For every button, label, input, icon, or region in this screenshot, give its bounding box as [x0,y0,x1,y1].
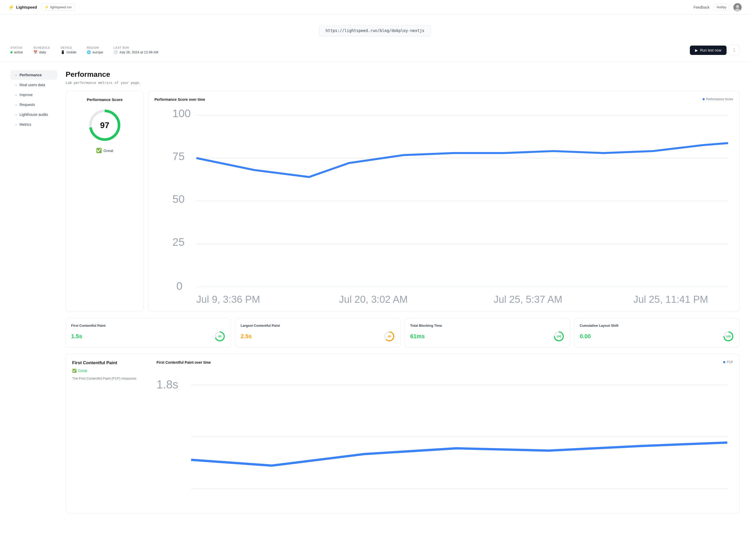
metric-cls-value: 0.00 [580,333,591,340]
donut-chart: 97 [86,107,123,143]
fcp-left: First Contentful Paint ✅ Great The First… [72,360,150,507]
run-test-button[interactable]: ▶ Run test now [690,45,727,55]
score-row: Performance Score 97 ✅ Great [66,91,739,312]
meta-actions: ▶ Run test now ⋮ [690,45,739,56]
feedback-button[interactable]: Feedback [693,5,709,9]
status-label: STATUS [11,46,23,49]
svg-text:50: 50 [172,193,185,205]
svg-text:25: 25 [172,236,185,248]
svg-text:Jul 25, 11:41 PM: Jul 25, 11:41 PM [633,294,708,305]
performance-score-card: Performance Score 97 ✅ Great [66,91,144,312]
arrow-icon: → [14,73,17,77]
device-value: 📱 mobile [61,50,76,54]
performance-time-chart: Performance Score over time Performance … [148,91,739,312]
hobby-badge: Hobby [713,4,729,11]
check-circle-icon: ✅ [96,147,102,153]
sidebar-label: Performance [20,73,42,77]
fcp-row: First Contentful Paint ✅ Great The First… [72,360,733,507]
last-run-value: 🕐 July 26, 2024 at 12:49 AM [114,50,158,54]
logo: ⚡ Lightspeed [8,4,37,10]
tbt-score-val: 100 [556,335,561,338]
schedule-icon: 📅 [33,50,38,54]
logo-icon: ⚡ [8,4,14,10]
device-item: DEVICE 📱 mobile [61,46,76,54]
sidebar-label: Requests [20,103,35,107]
metric-cls-bottom: 0.00 100 [580,331,734,342]
sidebar-item-improve[interactable]: → Improve [11,90,57,99]
cls-score-val: 100 [726,335,731,338]
region-value: 🌐 europe [87,50,103,54]
fcp-score-donut: 95 [214,331,225,342]
chart-legend: Performance Score [703,97,733,101]
svg-text:100: 100 [172,107,191,120]
fcp-chart-title: First Contentful Paint over time [157,360,211,364]
clock-icon: 🕐 [114,50,118,54]
play-icon: ▶ [695,48,698,52]
fcp-legend-dot [723,361,725,363]
arrow-icon: → [14,83,17,87]
sidebar-item-real-users[interactable]: → Real users data [11,80,57,89]
nav-badge-label: lightspeed.run [50,5,72,9]
fcp-legend-label: FCP [727,360,733,364]
header: ⚡ Lightspeed ⚡ lightspeed.run Feedback H… [0,0,750,15]
header-left: ⚡ Lightspeed ⚡ lightspeed.run [8,4,75,11]
schedule-label: SCHEDULE [33,46,50,49]
score-card-title: Performance Score [87,97,123,102]
url-bar[interactable]: https://lightspeed.run/blog/dokploy-next… [319,25,431,37]
sidebar-item-requests[interactable]: → Requests [11,100,57,109]
region-icon: 🌐 [87,50,91,54]
sidebar-item-lighthouse[interactable]: → Lighthouse audits [11,110,57,119]
metric-card-fcp: First Contentful Paint 1.5s 95 [66,318,231,347]
fcp-chart-legend: FCP [723,360,733,364]
schedule-value: 📅 daily [33,50,50,54]
great-badge: ✅ Great [96,147,113,153]
sidebar-item-metrics[interactable]: → Metrics [11,120,57,129]
page-subtitle: Lab performance metrics of your page. [66,81,739,85]
status-dot [11,51,13,53]
device-icon: 📱 [61,50,65,54]
nav-badge-icon: ⚡ [44,5,49,9]
content-area: Performance Lab performance metrics of y… [66,70,739,514]
metric-tbt-title: Total Blocking Time [410,324,565,327]
time-chart-svg: 100 75 50 25 0 Jul 9, 3:36 PM Jul 20, 3:… [154,105,733,305]
fcp-section-title: First Contentful Paint [72,360,150,365]
last-run-item: LAST RUN 🕐 July 26, 2024 at 12:49 AM [114,46,158,54]
meta-row: STATUS active SCHEDULE 📅 daily DEVICE 📱 … [0,45,750,62]
sidebar-label: Lighthouse audits [20,113,48,117]
legend-label: Performance Score [706,97,733,101]
metric-cards-row: First Contentful Paint 1.5s 95 Largest C… [66,318,739,347]
status-item: STATUS active [11,46,23,54]
main-layout: → Performance → Real users data → Improv… [0,62,750,522]
page-title: Performance [66,70,739,79]
arrow-icon: → [14,123,17,126]
avatar-img [733,3,742,12]
fcp-detail-section: First Contentful Paint ✅ Great The First… [66,354,739,513]
sidebar-label: Improve [20,93,33,97]
metric-fcp-bottom: 1.5s 95 [71,331,225,342]
svg-text:1.8s: 1.8s [157,378,178,391]
status-value: active [11,50,23,54]
fcp-great-badge: ✅ Great [72,369,150,373]
arrow-icon: → [14,93,17,97]
metric-fcp-value: 1.5s [71,333,82,340]
cls-score-donut: 100 [723,331,734,342]
sidebar-item-performance[interactable]: → Performance [11,70,57,80]
logo-text: Lightspeed [16,5,37,9]
metric-card-lcp: Largest Contentful Paint 2.5s 88 [235,318,400,347]
svg-text:Jul 20, 3:02 AM: Jul 20, 3:02 AM [339,294,408,305]
more-options-button[interactable]: ⋮ [729,45,739,56]
sidebar-label: Metrics [20,122,31,126]
nav-badge[interactable]: ⚡ lightspeed.run [41,4,75,11]
metric-lcp-bottom: 2.5s 88 [241,331,395,342]
sidebar: → Performance → Real users data → Improv… [11,70,57,514]
metric-fcp-title: First Contentful Paint [71,324,225,327]
svg-text:75: 75 [172,150,185,162]
metric-card-tbt: Total Blocking Time 61ms 100 [405,318,570,347]
arrow-icon: → [14,113,17,117]
last-run-label: LAST RUN [114,46,158,49]
region-item: REGION 🌐 europe [87,46,103,54]
svg-text:0: 0 [176,280,182,292]
fcp-chart-svg: 1.8s [157,367,733,506]
fcp-description: The First Contentful Paint (FCP) measure… [72,376,150,381]
metric-cls-title: Cumulative Layout Shift [580,324,734,327]
